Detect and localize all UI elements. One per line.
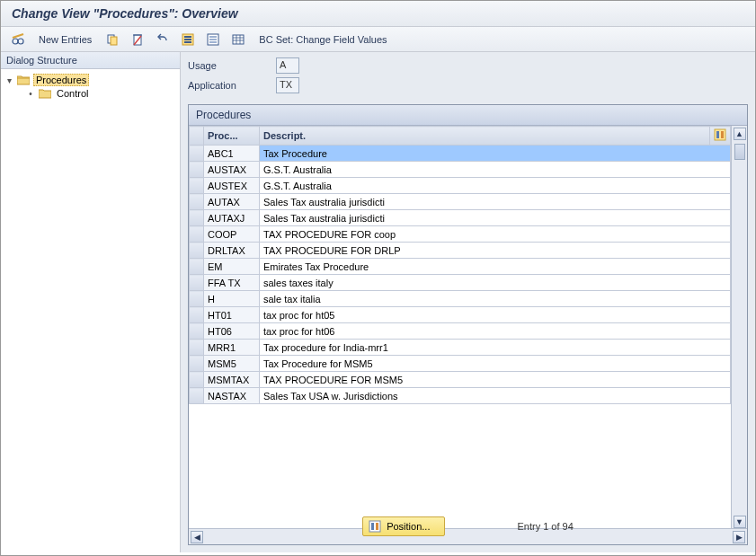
table-row[interactable]: EMEmirates Tax Procedure <box>190 259 731 275</box>
row-marker[interactable] <box>190 388 204 404</box>
open-folder-icon <box>17 75 30 85</box>
collapse-icon[interactable]: ▾ <box>4 75 13 85</box>
cell-descript[interactable]: G.S.T. Australia <box>260 178 731 194</box>
table-row[interactable]: DRLTAXTAX PROCEDURE FOR DRLP <box>190 243 731 259</box>
row-marker[interactable] <box>190 291 204 307</box>
column-header-proc[interactable]: Proc... <box>204 127 260 146</box>
cell-proc[interactable]: NASTAX <box>204 388 260 404</box>
cell-descript[interactable]: Sales Tax australia jurisdicti <box>260 210 731 226</box>
cell-proc[interactable]: MRR1 <box>204 340 260 356</box>
cell-proc[interactable]: H <box>204 291 260 307</box>
table-row[interactable]: FFA TXsales taxes italy <box>190 275 731 291</box>
cell-descript[interactable]: TAX PROCEDURE FOR DRLP <box>260 243 731 259</box>
cell-proc[interactable]: AUTAXJ <box>204 210 260 226</box>
cell-descript[interactable]: Sales Tax USA w. Jurisdictions <box>260 388 731 404</box>
glasses-pencil-icon <box>11 32 25 47</box>
select-all-button[interactable] <box>178 31 198 49</box>
undo-button[interactable] <box>153 31 173 49</box>
procedures-grid[interactable]: Proc... Descript. <box>189 126 731 528</box>
toggle-display-change-button[interactable] <box>8 31 28 49</box>
cell-descript[interactable]: tax proc for ht05 <box>260 307 731 323</box>
row-marker[interactable] <box>190 178 204 194</box>
table-row[interactable]: HT01tax proc for ht05 <box>190 307 731 323</box>
table-row[interactable]: HT06tax proc for ht06 <box>190 323 731 340</box>
cell-proc[interactable]: AUSTEX <box>204 178 260 194</box>
tree-node-procedures[interactable]: ▾ Procedures <box>3 73 178 87</box>
configure-columns-button[interactable] <box>710 127 731 146</box>
table-settings-button[interactable] <box>228 31 248 49</box>
cell-descript[interactable]: tax proc for ht06 <box>260 323 731 340</box>
cell-descript[interactable]: sale tax italia <box>260 291 731 307</box>
position-button[interactable]: Position... <box>362 516 445 536</box>
cell-proc[interactable]: ABC1 <box>204 146 260 162</box>
table-row[interactable]: COOPTAX PROCEDURE FOR coop <box>190 226 731 243</box>
cell-proc[interactable]: AUTAX <box>204 194 260 210</box>
cell-proc[interactable]: MSMTAX <box>204 372 260 388</box>
row-marker[interactable] <box>190 243 204 259</box>
cell-proc[interactable]: DRLTAX <box>204 243 260 259</box>
scroll-up-button[interactable]: ▲ <box>734 128 746 140</box>
row-marker[interactable] <box>190 226 204 243</box>
copy-as-button[interactable] <box>102 31 122 49</box>
row-marker[interactable] <box>190 307 204 323</box>
cell-descript[interactable]: G.S.T. Australia <box>260 162 731 178</box>
configure-columns-icon <box>714 128 726 141</box>
svg-rect-3 <box>111 37 117 45</box>
table-row[interactable]: MSMTAXTAX PROCEDURE FOR MSM5 <box>190 372 731 388</box>
row-marker[interactable] <box>190 194 204 210</box>
row-marker[interactable] <box>190 210 204 226</box>
row-marker[interactable] <box>190 275 204 291</box>
bcset-button[interactable]: BC Set: Change Field Values <box>253 34 392 45</box>
cell-descript[interactable]: Tax Procedure <box>260 146 731 162</box>
cell-proc[interactable]: HT06 <box>204 323 260 340</box>
table-row[interactable]: NASTAXSales Tax USA w. Jurisdictions <box>190 388 731 404</box>
cell-descript[interactable]: Tax Procedure for MSM5 <box>260 356 731 372</box>
cell-proc[interactable]: AUSTAX <box>204 162 260 178</box>
main-area: Usage A Application TX Procedures Proc..… <box>181 52 755 552</box>
table-row[interactable]: AUSTEXG.S.T. Australia <box>190 178 731 194</box>
table-row[interactable]: AUSTAXG.S.T. Australia <box>190 162 731 178</box>
cell-proc[interactable]: HT01 <box>204 307 260 323</box>
column-header-descript[interactable]: Descript. <box>260 127 710 146</box>
usage-field[interactable]: A <box>276 57 299 74</box>
tree-node-control[interactable]: • Control <box>3 87 178 100</box>
cell-proc[interactable]: MSM5 <box>204 356 260 372</box>
dialog-structure-tree[interactable]: ▾ Procedures • Control <box>1 69 180 552</box>
tree-label: Procedures <box>33 74 89 86</box>
table-row[interactable]: AUTAXJSales Tax australia jurisdicti <box>190 210 731 226</box>
deselect-all-icon <box>206 32 220 47</box>
row-marker[interactable] <box>190 259 204 275</box>
row-marker[interactable] <box>190 340 204 356</box>
row-marker[interactable] <box>190 372 204 388</box>
vertical-scrollbar[interactable]: ▲ ▼ <box>731 126 747 528</box>
row-marker[interactable] <box>190 323 204 340</box>
new-entries-button[interactable]: New Entries <box>33 34 97 45</box>
table-row[interactable]: Hsale tax italia <box>190 291 731 307</box>
procedures-table-container: Procedures Proc... Descript. <box>188 104 748 545</box>
row-marker[interactable] <box>190 146 204 162</box>
row-marker[interactable] <box>190 356 204 372</box>
deselect-all-button[interactable] <box>203 31 223 49</box>
cell-proc[interactable]: EM <box>204 259 260 275</box>
table-row[interactable]: ABC1Tax Procedure <box>190 146 731 162</box>
table-row[interactable]: AUTAXSales Tax australia jurisdicti <box>190 194 731 210</box>
application-field[interactable]: TX <box>276 77 299 93</box>
cell-descript[interactable]: TAX PROCEDURE FOR MSM5 <box>260 372 731 388</box>
cell-descript[interactable]: Tax procedure for India-mrr1 <box>260 340 731 356</box>
cell-descript[interactable]: Sales Tax australia jurisdicti <box>260 194 731 210</box>
table-row[interactable]: MRR1Tax procedure for India-mrr1 <box>190 340 731 356</box>
cell-proc[interactable]: COOP <box>204 226 260 243</box>
delete-icon <box>130 32 145 47</box>
scroll-thumb[interactable] <box>734 144 745 160</box>
cell-proc[interactable]: FFA TX <box>204 275 260 291</box>
cell-descript[interactable]: Emirates Tax Procedure <box>260 259 731 275</box>
row-marker[interactable] <box>190 162 204 178</box>
row-marker-header[interactable] <box>190 127 204 146</box>
cell-descript[interactable]: sales taxes italy <box>260 275 731 291</box>
cell-descript[interactable]: TAX PROCEDURE FOR coop <box>260 226 731 243</box>
usage-label: Usage <box>188 60 269 71</box>
table-row[interactable]: MSM5Tax Procedure for MSM5 <box>190 356 731 372</box>
svg-rect-14 <box>715 129 725 140</box>
delete-button[interactable] <box>128 31 147 49</box>
page-title: Change View "Procedures": Overview <box>1 1 755 27</box>
